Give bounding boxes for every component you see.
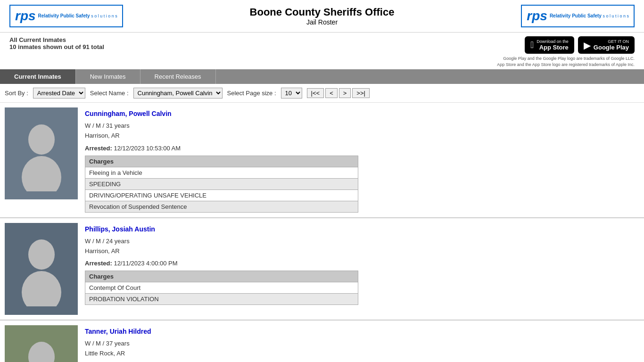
name-select[interactable]: Cunningham, Powell Calvin [133, 88, 223, 99]
right-logo: rps Relativity Public Safety s o l u t i… [521, 5, 635, 27]
inmate-info: Phillips, Josiah Austin W / M / 24 years… [85, 223, 639, 315]
header-center: Boone County Sheriffs Office Jail Roster [250, 6, 395, 26]
app-note-line2: App Store and the App Store logo are reg… [497, 62, 635, 68]
right-logo-relativity: Relativity Public Safety [550, 13, 602, 18]
list-item: Fleeing in a Vehicle [85, 167, 358, 178]
apple-icon:  [530, 40, 534, 50]
inmate-arrested: Arrested: 12/12/2023 10:53:00 AM [85, 145, 639, 152]
last-page-button[interactable]: >>| [352, 88, 370, 98]
right-logo-rps-text: rps [527, 8, 547, 24]
tab-recent-releases[interactable]: Recent Releases [140, 69, 216, 84]
left-logo: rps Relativity Public Safety s o l u t i… [9, 5, 123, 27]
inmate-arrested: Arrested: 12/11/2023 4:00:00 PM [85, 260, 639, 267]
inmate-count-label: 10 inmates shown out of 91 total [9, 43, 104, 50]
svg-point-3 [22, 271, 61, 306]
right-logo-solutions: s o l u t i o n s [603, 14, 629, 18]
inmate-list: Cunningham, Powell Calvin W / M / 31 yea… [0, 103, 644, 362]
right-logo-tagline: Relativity Public Safety s o l u t i o n… [550, 13, 629, 19]
svg-point-4 [28, 342, 55, 362]
page-title: Boone County Sheriffs Office [250, 6, 395, 18]
app-store-top-label: Download on the [537, 39, 569, 44]
page-size-label: Select Page size : [227, 90, 276, 97]
inmate-name-link[interactable]: Phillips, Josiah Austin [85, 225, 639, 233]
inmate-count-info: All Current Inmates 10 inmates shown out… [9, 36, 104, 50]
google-play-top-label: GET IT ON [594, 39, 629, 44]
inmate-demographics: W / M / 37 years Little Rock, AR [85, 339, 639, 359]
charges-table: Charges Fleeing in a VehicleSPEEDINGDRIV… [85, 156, 358, 213]
inmate-name-link[interactable]: Cunningham, Powell Calvin [85, 110, 639, 117]
charges-table: Charges Contempt Of CourtPROBATION VIOLA… [85, 271, 358, 305]
next-page-button[interactable]: > [339, 88, 351, 98]
app-store-note: Google Play and the Google Play logo are… [497, 56, 635, 67]
svg-point-0 [28, 124, 55, 155]
all-current-inmates-label: All Current Inmates [9, 36, 104, 43]
prev-page-button[interactable]: < [325, 88, 338, 98]
table-row: Tanner, Uriah Hildred W / M / 37 years L… [0, 321, 644, 362]
logo-rps-text: rps [15, 8, 36, 24]
logo-tagline: Relativity Public Safety s o l u t i o n… [38, 13, 117, 19]
inmate-demographics: W / M / 24 years Harrison, AR [85, 237, 639, 256]
app-store-bottom-label: App Store [537, 44, 569, 51]
sort-by-select[interactable]: Arrested Date [33, 88, 85, 99]
tab-current-inmates[interactable]: Current Inmates [0, 69, 76, 84]
list-item: DRIVING/OPERATING UNSAFE VEHICLE [85, 189, 358, 201]
nav-tabs: Current Inmates New Inmates Recent Relea… [0, 69, 644, 84]
inmate-demographics: W / M / 31 years Harrison, AR [85, 121, 639, 141]
app-store-section:  Download on the App Store ▶ GET IT ON … [497, 36, 635, 67]
charges-header: Charges [85, 271, 358, 282]
first-page-button[interactable]: |<< [307, 88, 324, 98]
app-note-line1: Google Play and the Google Play logo are… [497, 56, 635, 62]
charges-header: Charges [85, 156, 358, 167]
table-row: Cunningham, Powell Calvin W / M / 31 yea… [0, 103, 644, 218]
list-item: SPEEDING [85, 178, 358, 189]
page-size-select[interactable]: 10 [281, 88, 302, 99]
sort-by-label: Sort By : [5, 90, 28, 97]
page-header: rps Relativity Public Safety s o l u t i… [0, 0, 644, 33]
app-store-button[interactable]:  Download on the App Store [525, 36, 574, 54]
logo-solutions: s o l u t i o n s [91, 14, 117, 18]
svg-point-1 [22, 156, 61, 191]
pagination-nav: |<< < > >>| [307, 88, 370, 98]
list-item: Revocation of Suspended Sentence [85, 201, 358, 212]
svg-point-2 [28, 239, 55, 270]
inmate-name-link[interactable]: Tanner, Uriah Hildred [85, 328, 639, 335]
inmate-info: Tanner, Uriah Hildred W / M / 37 years L… [85, 325, 639, 362]
google-play-button[interactable]: ▶ GET IT ON Google Play [578, 36, 635, 54]
google-play-bottom-label: Google Play [594, 44, 629, 51]
page-subtitle: Jail Roster [250, 18, 395, 26]
select-name-label: Select Name : [90, 90, 129, 97]
app-buttons-row:  Download on the App Store ▶ GET IT ON … [497, 36, 635, 54]
controls-row: Sort By : Arrested Date Select Name : Cu… [0, 84, 644, 103]
list-item: Contempt Of Court [85, 282, 358, 294]
table-row: Phillips, Josiah Austin W / M / 24 years… [0, 218, 644, 321]
inmate-info: Cunningham, Powell Calvin W / M / 31 yea… [85, 107, 639, 213]
list-item: PROBATION VIOLATION [85, 294, 358, 305]
logo-relativity: Relativity Public Safety [38, 13, 90, 18]
tab-new-inmates[interactable]: New Inmates [76, 69, 140, 84]
google-play-icon: ▶ [584, 40, 591, 51]
